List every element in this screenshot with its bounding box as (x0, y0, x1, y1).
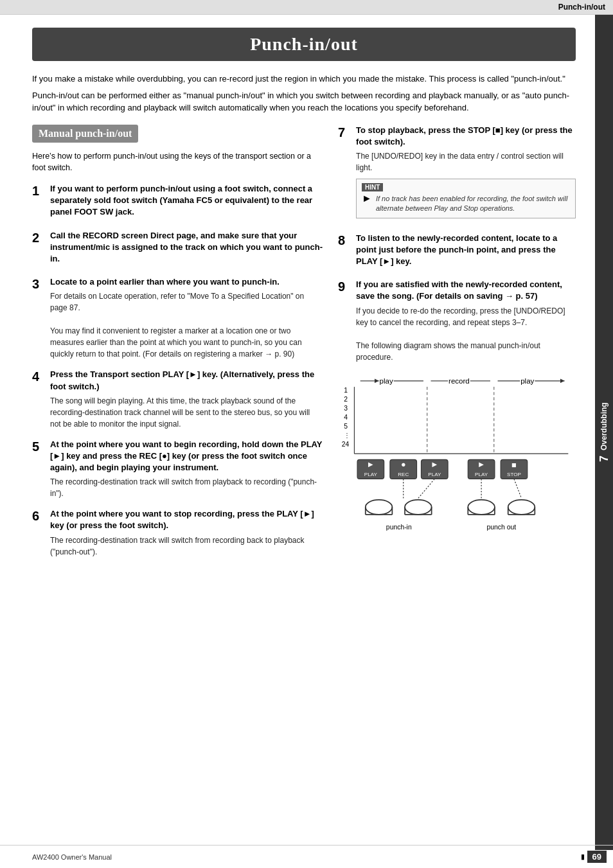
step-5-title: At the point where you want to begin rec… (50, 439, 323, 474)
svg-text:punch-in: punch-in (386, 524, 412, 531)
step-3-content: Locate to a point earlier than where you… (50, 276, 323, 360)
svg-text:punch out: punch out (487, 524, 517, 531)
step-8-number: 8 (338, 233, 351, 270)
footer-page-label: ▮ (581, 853, 585, 861)
step-2-content: Call the RECORD screen Direct page, and … (50, 230, 323, 268)
svg-text:■: ■ (511, 460, 517, 470)
footer-manual: AW2400 Owner's Manual (32, 853, 112, 861)
step-9-title: If you are satisfied with the newly-reco… (356, 279, 576, 302)
svg-text:►: ► (367, 459, 375, 469)
svg-text:4: 4 (344, 414, 348, 421)
step-5-content: At the point where you want to begin rec… (50, 439, 323, 500)
step-9-number: 9 (338, 279, 351, 362)
step-4-content: Press the Transport section PLAY [►] key… (50, 369, 323, 429)
step-8: 8 To listen to the newly-recorded conten… (338, 233, 576, 270)
svg-text:24: 24 (342, 440, 350, 447)
step-5-number: 5 (32, 439, 45, 500)
step-7-title: To stop playback, press the STOP [■] key… (356, 125, 576, 148)
svg-text:►: ► (477, 459, 486, 469)
step-3-body: For details on Locate operation, refer t… (50, 290, 323, 360)
step-6-body: The recording-destination track will swi… (50, 535, 323, 558)
step-2-number: 2 (32, 230, 45, 268)
section-title-box: Manual punch-in/out (32, 125, 138, 143)
page-title-box: Punch-in/out (32, 28, 576, 61)
svg-line-56 (514, 479, 522, 498)
step-3: 3 Locate to a point earlier than where y… (32, 276, 323, 360)
step-2-title: Call the RECORD screen Direct page, and … (50, 230, 323, 265)
step-5-body: The recording-destination track will swi… (50, 476, 323, 499)
top-bar: Punch-in/out (0, 0, 613, 15)
svg-text:record: record (449, 377, 470, 385)
step-5: 5 At the point where you want to begin r… (32, 439, 323, 500)
step-6-title: At the point where you want to stop reco… (50, 508, 323, 531)
step-8-content: To listen to the newly-recorded content,… (356, 233, 576, 270)
hint-label: HINT (362, 183, 383, 191)
svg-line-54 (418, 479, 434, 498)
two-column-layout: Manual punch-in/out Here’s how to perfor… (32, 125, 576, 567)
svg-point-43 (468, 499, 495, 514)
section-title: Manual punch-in/out (39, 128, 132, 139)
step-7-body: The [UNDO/REDO] key in the data entry / … (356, 150, 576, 173)
step-6: 6 At the point where you want to stop re… (32, 508, 323, 557)
step-1-number: 1 (32, 183, 45, 221)
diagram-area: 1 2 3 4 5 ⋮ 24 play (338, 372, 576, 537)
svg-text:2: 2 (344, 396, 348, 403)
hint-arrow-icon: ► (362, 193, 372, 204)
step-9-body: If you decide to re-do the recording, pr… (356, 305, 576, 363)
step-4-title: Press the Transport section PLAY [►] key… (50, 369, 323, 392)
step-4-body: The song will begin playing. At this tim… (50, 395, 323, 430)
page-title: Punch-in/out (45, 34, 563, 55)
hint-box: HINT ► If no track has been enabled for … (356, 179, 576, 218)
svg-point-47 (508, 499, 535, 514)
step-1: 1 If you want to perform punch-in/out us… (32, 183, 323, 221)
footer-page-number: 69 (587, 851, 607, 863)
svg-text:STOP: STOP (507, 471, 521, 477)
right-column: 7 To stop playback, press the STOP [■] k… (338, 125, 576, 567)
top-bar-title: Punch-in/out (558, 3, 605, 12)
svg-text:1: 1 (344, 387, 348, 394)
svg-text:►: ► (431, 459, 439, 469)
step-3-number: 3 (32, 276, 45, 360)
step-8-title: To listen to the newly-recorded content,… (356, 233, 576, 268)
svg-text:play: play (520, 377, 534, 385)
step-7: 7 To stop playback, press the STOP [■] k… (338, 125, 576, 224)
svg-text:play: play (380, 377, 393, 385)
svg-point-39 (405, 499, 432, 514)
svg-text:3: 3 (344, 405, 348, 412)
svg-text:PLAY: PLAY (428, 471, 441, 477)
chapter-number: 7 (598, 456, 611, 462)
hint-text: If no track has been enabled for recordi… (376, 194, 570, 214)
step-1-content: If you want to perform punch-in/out usin… (50, 183, 323, 221)
step-7-number: 7 (338, 125, 351, 224)
svg-text:●: ● (401, 459, 406, 469)
step-6-number: 6 (32, 508, 45, 557)
left-column: Manual punch-in/out Here’s how to perfor… (32, 125, 323, 567)
intro-line2: Punch-in/out can be performed either as … (32, 89, 576, 114)
step-9: 9 If you are satisfied with the newly-re… (338, 279, 576, 362)
step-4-number: 4 (32, 369, 45, 429)
step-4: 4 Press the Transport section PLAY [►] k… (32, 369, 323, 429)
svg-text:5: 5 (344, 422, 348, 429)
step-3-title: Locate to a point earlier than where you… (50, 276, 323, 288)
punch-diagram-svg: 1 2 3 4 5 ⋮ 24 play (338, 372, 576, 535)
intro-text: If you make a mistake while overdubbing,… (32, 73, 576, 114)
svg-text:PLAY: PLAY (364, 471, 378, 477)
step-2: 2 Call the RECORD screen Direct page, an… (32, 230, 323, 268)
chapter-label: Overdubbing (600, 403, 609, 451)
step-9-content: If you are satisfied with the newly-reco… (356, 279, 576, 362)
section-intro: Here’s how to perform punch-in/out using… (32, 150, 323, 175)
step-1-title: If you want to perform punch-in/out usin… (50, 183, 323, 218)
side-tab: 7 Overdubbing (595, 15, 613, 850)
svg-text:⋮: ⋮ (344, 431, 350, 438)
main-content: Punch-in/out If you make a mistake while… (0, 15, 595, 850)
svg-text:REC: REC (398, 471, 409, 477)
intro-line1: If you make a mistake while overdubbing,… (32, 73, 576, 85)
step-6-content: At the point where you want to stop reco… (50, 508, 323, 557)
footer: AW2400 Owner's Manual ▮ 69 (0, 845, 613, 868)
svg-text:PLAY: PLAY (475, 471, 488, 477)
svg-point-35 (366, 499, 393, 514)
step-7-content: To stop playback, press the STOP [■] key… (356, 125, 576, 224)
